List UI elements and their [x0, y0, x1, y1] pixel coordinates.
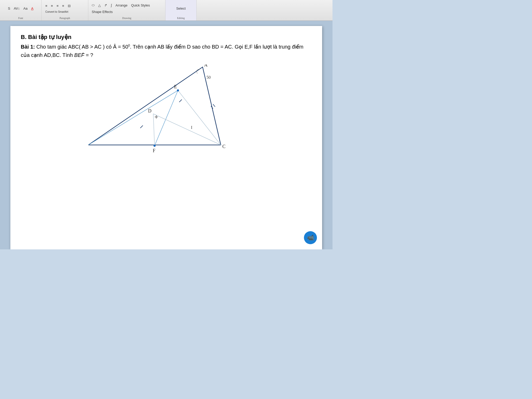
toolbar: S AV↕ Aa A Font ≡ ≡ ≡ ≡ ⊟ Convert to Sma…	[0, 0, 332, 21]
camera-button[interactable]: 📹	[304, 231, 317, 244]
line-DC	[153, 114, 221, 145]
select-btn[interactable]: Select	[175, 6, 187, 11]
camera-icon: 📹	[307, 234, 314, 241]
columns[interactable]: ⊟	[66, 3, 72, 9]
label-D: D	[148, 108, 151, 114]
label-F: F	[153, 148, 155, 153]
editing-label: Editing	[165, 17, 196, 19]
shape-triangle[interactable]: △	[97, 3, 102, 8]
section-title: B. Bài tập tự luyện	[21, 34, 312, 41]
point-F-dot	[154, 145, 156, 147]
editing-section: Select Editing	[165, 0, 197, 21]
tick1	[140, 125, 143, 128]
font-az[interactable]: AV↕	[12, 6, 21, 11]
font-color[interactable]: A	[30, 6, 35, 11]
convert-smartart[interactable]: Convert to SmartArt	[44, 10, 70, 14]
cursor-icon: ✛	[155, 115, 158, 119]
point-E-dot	[177, 89, 179, 91]
quick-styles-btn[interactable]: Quick Styles	[130, 3, 151, 8]
drawing-label: Drawing	[88, 17, 165, 19]
drawing-tools: ⬭ △ ↱ ∫ Arrange Quick Styles Shape Effec…	[90, 2, 163, 15]
problem-text-part3: ̂ = ?	[84, 52, 93, 58]
triangle-ABC	[88, 67, 221, 145]
problem-label: Bài 1:	[21, 44, 35, 50]
label-A: A	[204, 64, 208, 68]
arrange-btn[interactable]: Arrange	[114, 3, 129, 8]
label-I: I	[191, 125, 192, 130]
align-left[interactable]: ≡	[44, 3, 49, 9]
document-area: B. Bài tập tự luyện Bài 1: Cho tam giác …	[0, 21, 332, 249]
line-BE	[88, 90, 178, 145]
tick3	[213, 104, 215, 107]
font-style-s[interactable]: S	[6, 6, 11, 11]
shape-curve[interactable]: ∫	[110, 3, 113, 8]
geometry-diagram: ✛ A B C D E F I 50	[88, 64, 244, 174]
shape-arrow[interactable]: ↱	[103, 3, 109, 8]
paragraph-section: ≡ ≡ ≡ ≡ ⊟ Convert to SmartArt Paragraph	[42, 0, 88, 21]
tick2	[179, 99, 182, 102]
document-page: B. Bài tập tự luyện Bài 1: Cho tam giác …	[10, 26, 322, 249]
font-aa[interactable]: Aa	[22, 6, 29, 11]
align-center[interactable]: ≡	[50, 3, 54, 9]
shape-effects-btn[interactable]: Shape Effects	[90, 9, 114, 15]
editing-tools: Select	[175, 6, 187, 11]
font-tools: S AV↕ Aa A	[6, 6, 35, 11]
shape-oval[interactable]: ⬭	[90, 2, 96, 8]
line-EF	[155, 90, 178, 146]
problem-text: Bài 1: Cho tam giác ABC( AB > AC ) có Â…	[21, 43, 312, 59]
align-right[interactable]: ≡	[55, 3, 60, 9]
label-angle-50: 50	[207, 75, 211, 79]
font-label: Font	[0, 17, 41, 19]
drawing-section: ⬭ △ ↱ ∫ Arrange Quick Styles Shape Effec…	[88, 0, 165, 21]
diagram-container: ✛ A B C D E F I 50	[21, 64, 312, 174]
problem-italic: BEF	[74, 52, 84, 58]
label-C: C	[222, 144, 225, 149]
font-section: S AV↕ Aa A Font	[0, 0, 42, 21]
paragraph-label: Paragraph	[42, 17, 88, 19]
problem-text-part1: Cho tam giác ABC( AB > AC ) có Â = 50	[36, 44, 128, 50]
label-E: E	[174, 84, 177, 89]
justify[interactable]: ≡	[61, 3, 65, 9]
paragraph-tools: ≡ ≡ ≡ ≡ ⊟ Convert to SmartArt	[44, 3, 86, 14]
